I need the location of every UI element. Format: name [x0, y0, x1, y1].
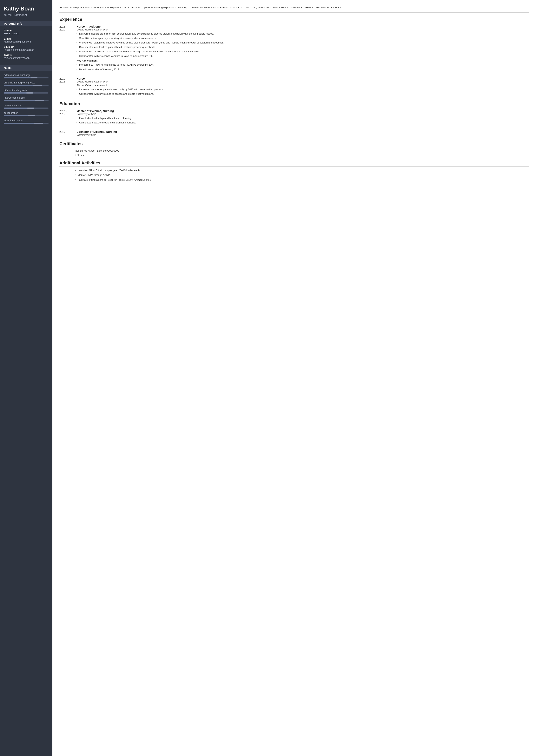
key-achievement-bullet: Mentored 10+ new NPs and RNs to raise HC…	[76, 63, 529, 67]
skills-container: admissions & discharge ordering & interp…	[4, 73, 48, 124]
skill-bar-bg	[4, 100, 48, 101]
edu-bullet: Excelled in leadership and healthcare pl…	[76, 116, 529, 120]
personal-info-header: Personal Info	[0, 21, 52, 26]
skill-bar-dark	[33, 85, 42, 86]
skills-section: Skills admissions & discharge ordering &…	[4, 65, 48, 126]
experience-entry: 2010 - 2015 Nurse Collins Medical Center…	[59, 77, 529, 97]
key-achievement-bullets: Mentored 10+ new NPs and RNs to raise HC…	[76, 63, 529, 71]
entry-bullet: Saw 20+ patients per day, assisting with…	[76, 36, 529, 40]
entry-bullet: Worked with office staff to create a smo…	[76, 50, 529, 54]
contact-value: twitter.com/kathyzboan	[4, 56, 48, 59]
skills-header: Skills	[0, 65, 52, 71]
experience-entries: 2015 - 2020 Nurse Practitioner Collins M…	[59, 25, 529, 97]
entry-dates: 2010 - 2015	[59, 77, 73, 97]
entry-company: Collins Medical Center, Utah	[76, 80, 529, 83]
entry-bullets: Delivered medical care, referrals, coord…	[76, 32, 529, 58]
entry-bullets: Increased number of patients seen daily …	[76, 88, 529, 96]
skill-item: admissions & discharge	[4, 73, 48, 78]
skill-bar-dark	[35, 100, 44, 101]
certificates-title: Certificates	[59, 141, 529, 147]
activity-bullet: Mentor 7 NPs through AANP.	[75, 173, 529, 177]
entry-description: RN on 30-bed trauma ward.	[76, 84, 529, 87]
cert-list: Registered Nurse—License #00000000FNP-BC	[75, 149, 529, 156]
candidate-name: Kathy Boan	[4, 5, 48, 12]
skill-bar-bg	[4, 92, 48, 94]
entry-content: Nurse Practitioner Collins Medical Cente…	[76, 25, 529, 72]
contact-label: Phone	[4, 29, 48, 32]
skill-name: collaboration	[4, 111, 48, 114]
entry-bullet: Increased number of patients seen daily …	[76, 88, 529, 92]
certificates-list: Registered Nurse—License #00000000FNP-BC	[59, 149, 529, 156]
activity-bullet: Volunteer NP at 5 trail runs per year 26…	[75, 168, 529, 172]
skill-item: differential diagnosis	[4, 89, 48, 94]
skill-item: interpersonal skills	[4, 96, 48, 101]
skill-bar-bg	[4, 77, 48, 78]
certificates-section: Certificates Registered Nurse—License #0…	[59, 141, 529, 156]
entry-company: Collins Medical Center, Utah	[76, 28, 529, 31]
entry-bullet: Delivered medical care, referrals, coord…	[76, 32, 529, 36]
contact-item: Twittertwitter.com/kathyzboan	[4, 54, 48, 59]
skill-name: admissions & discharge	[4, 73, 48, 76]
edu-bullets: Excelled in leadership and healthcare pl…	[76, 116, 529, 125]
contact-item: E-mailkathyzboan@gmail.com	[4, 37, 48, 43]
key-achievement-bullet: Healthcare worker of the year, 2019.	[76, 68, 529, 71]
candidate-title: Nurse Practitioner	[4, 13, 48, 16]
entry-bullet: Worked with patients to improve key metr…	[76, 41, 529, 45]
education-section: Education 2013 - 2015 Master of Science,…	[59, 101, 529, 137]
skill-bar-bg	[4, 115, 48, 116]
education-entries: 2013 - 2015 Master of Science, Nursing U…	[59, 109, 529, 137]
skill-bar-dark	[27, 107, 34, 109]
contact-value: linkedin.com/in/kathyzboan	[4, 48, 48, 51]
contact-value: 801-870-3963	[4, 32, 48, 35]
skill-name: differential diagnosis	[4, 89, 48, 92]
education-entry: 2010 Bachelor of Science, Nursing Univer…	[59, 130, 529, 137]
contacts-container: Phone801-870-3963E-mailkathyzboan@gmail.…	[4, 29, 48, 62]
school-name: University of Utah	[76, 133, 529, 136]
school-name: University of Utah	[76, 113, 529, 116]
entry-job-title: Nurse Practitioner	[76, 25, 529, 28]
activities-list: Volunteer NP at 5 trail runs per year 26…	[75, 168, 529, 182]
skill-bar-dark	[28, 115, 35, 116]
contact-label: E-mail	[4, 37, 48, 40]
skill-item: ordering & interpreting tests	[4, 81, 48, 86]
skill-item: communication	[4, 104, 48, 109]
contact-value: kathyzboan@gmail.com	[4, 40, 48, 43]
activities-title: Additional Activities	[59, 160, 529, 167]
summary: Effective nurse practitioner with 5+ yea…	[59, 5, 529, 13]
contact-item: Phone801-870-3963	[4, 29, 48, 35]
skill-name: attention to detail	[4, 119, 48, 122]
entry-dates: 2013 - 2015	[59, 109, 73, 126]
key-achievement-label: Key Achievement	[76, 59, 529, 62]
skill-item: attention to detail	[4, 119, 48, 124]
entry-content: Nurse Collins Medical Center, Utah RN on…	[76, 77, 529, 97]
degree-title: Master of Science, Nursing	[76, 109, 529, 113]
activity-bullet: Facilitate 4 fundraisers per year for To…	[75, 178, 529, 182]
experience-section: Experience 2015 - 2020 Nurse Practitione…	[59, 17, 529, 97]
entry-bullet: Collaborated with insurance vendors to r…	[76, 54, 529, 58]
cert-item: Registered Nurse—License #00000000	[75, 149, 529, 152]
contact-item: LinkedInlinkedin.com/in/kathyzboan	[4, 45, 48, 51]
activities-section: Additional Activities Volunteer NP at 5 …	[59, 160, 529, 182]
education-entry: 2013 - 2015 Master of Science, Nursing U…	[59, 109, 529, 126]
skill-bar-bg	[4, 107, 48, 109]
contact-label: LinkedIn	[4, 45, 48, 48]
skill-bar-dark	[31, 77, 38, 78]
education-title: Education	[59, 101, 529, 107]
skill-bar-dark	[26, 92, 33, 94]
sidebar: Kathy Boan Nurse Practitioner Personal I…	[0, 0, 52, 756]
degree-title: Bachelor of Science, Nursing	[76, 130, 529, 133]
skill-name: interpersonal skills	[4, 96, 48, 99]
skill-name: communication	[4, 104, 48, 107]
skill-bar-bg	[4, 123, 48, 124]
entry-job-title: Nurse	[76, 77, 529, 80]
entry-bullet: Collaborated with physicians to assess a…	[76, 92, 529, 96]
skill-name: ordering & interpreting tests	[4, 81, 48, 84]
entry-dates: 2015 - 2020	[59, 25, 73, 72]
contact-label: Twitter	[4, 54, 48, 56]
entry-content: Bachelor of Science, Nursing University …	[76, 130, 529, 137]
experience-title: Experience	[59, 17, 529, 23]
edu-bullet: Completed master's thesis in differentia…	[76, 121, 529, 125]
skill-item: collaboration	[4, 111, 48, 116]
entry-dates: 2010	[59, 130, 73, 137]
main-content: Effective nurse practitioner with 5+ yea…	[52, 0, 535, 756]
